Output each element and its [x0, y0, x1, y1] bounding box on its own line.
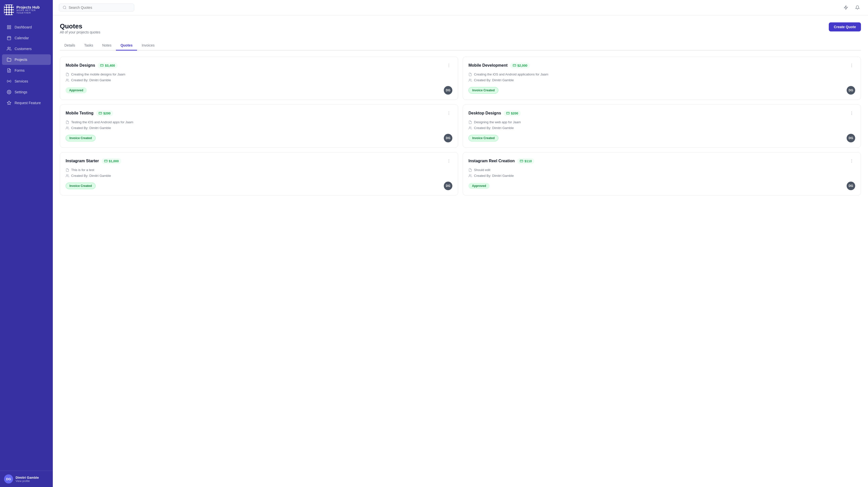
three-dots-menu[interactable] [848, 157, 855, 164]
request-feature-icon [6, 100, 11, 105]
lightning-button[interactable] [841, 3, 850, 12]
doc-icon [468, 121, 472, 124]
user-group-icon [66, 126, 69, 130]
svg-rect-41 [104, 160, 107, 162]
three-dots-menu[interactable] [848, 62, 855, 69]
card-header: Mobile Testing $200 [66, 110, 452, 117]
sidebar-item-dashboard[interactable]: Dashboard [2, 22, 51, 32]
svg-point-38 [851, 113, 852, 114]
doc-icon [66, 168, 69, 172]
doc-icon [66, 73, 69, 76]
avatar: DG [847, 86, 855, 95]
search-box[interactable] [59, 3, 134, 11]
quote-description: Designing the web app for Jaam [468, 120, 855, 124]
tab-notes[interactable]: Notes [98, 41, 116, 51]
sidebar-item-label: Request Feature [14, 101, 41, 105]
svg-rect-47 [520, 160, 523, 162]
sidebar-item-projects[interactable]: Projects [2, 54, 51, 65]
status-badge: Invoice Created [66, 135, 96, 141]
three-dots-menu[interactable] [848, 110, 855, 117]
sidebar-item-forms[interactable]: Forms [2, 65, 51, 76]
quote-card: Mobile Designs $3,400 Creating the mobil… [60, 57, 458, 100]
quote-amount: $2,000 [510, 63, 530, 68]
tab-quotes[interactable]: Quotes [116, 41, 137, 51]
user-group-icon [468, 79, 472, 82]
quote-creator: Created By: Dimitri Gamble [468, 174, 855, 178]
svg-rect-3 [9, 28, 11, 29]
quote-title: Mobile Designs [66, 63, 95, 68]
sidebar-footer: DG Dimitri Gamble View profile [0, 470, 53, 487]
quote-creator: Created By: Dimitri Gamble [66, 174, 452, 178]
tab-invoices[interactable]: Invoices [137, 41, 159, 51]
user-name: Dimitri Gamble [16, 476, 39, 480]
notification-button[interactable] [853, 3, 862, 12]
quote-description: Creating the mobile designs for Jaam [66, 72, 452, 76]
services-icon [6, 79, 11, 84]
avatar: DG [847, 182, 855, 190]
svg-point-28 [469, 79, 470, 80]
quote-card: Desktop Designs $200 Designing the web a… [463, 104, 861, 148]
search-icon [63, 5, 67, 9]
card-header: Desktop Designs $200 [468, 110, 855, 117]
sidebar-item-label: Customers [14, 47, 32, 51]
sidebar-item-label: Settings [14, 90, 27, 94]
svg-rect-2 [7, 28, 8, 29]
sidebar-item-label: Calendar [14, 36, 29, 40]
svg-rect-23 [513, 64, 516, 66]
quote-card: Mobile Testing $200 Testing the iOS and … [60, 104, 458, 148]
quote-title: Instagram Reel Creation [468, 159, 515, 163]
card-title-row: Mobile Testing $200 [66, 111, 113, 116]
three-dots-menu[interactable] [445, 157, 452, 164]
quote-title: Desktop Designs [468, 111, 501, 116]
svg-point-27 [851, 66, 852, 67]
svg-point-50 [851, 161, 852, 161]
card-title-row: Instagram Starter $1,000 [66, 158, 121, 164]
card-header: Mobile Designs $3,400 [66, 62, 452, 69]
page-header: Quotes All of your projects quotes Creat… [60, 22, 861, 39]
svg-point-46 [66, 174, 68, 176]
three-dots-menu[interactable] [445, 62, 452, 69]
content-area: Quotes All of your projects quotes Creat… [53, 16, 868, 487]
tab-details[interactable]: Details [60, 41, 80, 51]
sidebar-item-services[interactable]: Services [2, 76, 51, 87]
svg-rect-35 [506, 112, 509, 114]
svg-point-25 [851, 64, 852, 64]
sidebar-item-request-feature[interactable]: Request Feature [2, 98, 51, 108]
card-footer: Invoice Created DG [66, 182, 452, 190]
sidebar-item-label: Forms [14, 68, 25, 72]
user-group-icon [66, 79, 69, 82]
dashboard-icon [6, 25, 11, 30]
create-quote-button[interactable]: Create Quote [829, 22, 861, 31]
quote-amount: $200 [96, 111, 113, 116]
quote-title: Mobile Testing [66, 111, 94, 116]
svg-rect-1 [9, 25, 11, 27]
svg-point-19 [448, 64, 449, 64]
sidebar-item-customers[interactable]: Customers [2, 43, 51, 54]
card-header: Mobile Development $2,000 [468, 62, 855, 69]
svg-point-21 [448, 66, 449, 67]
topbar [53, 0, 868, 16]
app-name: Projects Hub [17, 5, 49, 9]
card-title-row: Desktop Designs $200 [468, 111, 521, 116]
sidebar-nav: Dashboard Calendar Customers Projects Fo [0, 20, 53, 470]
tab-tasks[interactable]: Tasks [80, 41, 98, 51]
sidebar-item-label: Projects [14, 58, 27, 62]
status-badge: Approved [468, 183, 490, 189]
sidebar-item-calendar[interactable]: Calendar [2, 33, 51, 43]
search-input[interactable] [69, 5, 130, 9]
svg-rect-17 [100, 64, 103, 66]
page-subtitle: All of your projects quotes [60, 30, 100, 34]
svg-rect-29 [99, 112, 102, 114]
calendar-icon [6, 35, 11, 40]
quotes-grid: Mobile Designs $3,400 Creating the mobil… [60, 57, 861, 195]
svg-point-45 [448, 162, 449, 162]
avatar: DG [847, 134, 855, 142]
quote-description: Should edit [468, 168, 855, 172]
card-header: Instagram Reel Creation $110 [468, 157, 855, 164]
quote-amount: $200 [504, 111, 521, 116]
three-dots-menu[interactable] [445, 110, 452, 117]
status-badge: Invoice Created [66, 183, 96, 189]
sidebar-item-settings[interactable]: Settings [2, 87, 51, 97]
card-footer: Approved DG [66, 86, 452, 95]
view-profile-link[interactable]: View profile [16, 480, 39, 483]
